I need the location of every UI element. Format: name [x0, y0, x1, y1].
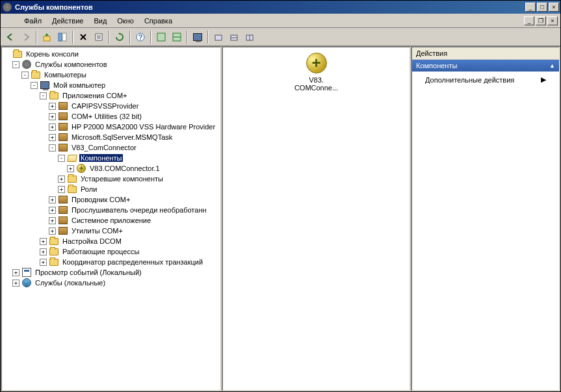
tree-my-computer[interactable]: -Мой компьютер [3, 80, 219, 90]
view-list-button[interactable] [154, 30, 168, 44]
tree-collapse-icon[interactable]: - [21, 72, 29, 79]
tree-sqlserver-msmq[interactable]: +Microsoft.SqlServer.MSMQTask [3, 132, 219, 142]
tree-expand-icon[interactable]: + [40, 238, 47, 245]
folder-icon [49, 90, 59, 101]
tree-expand-icon[interactable]: + [40, 248, 47, 255]
folder-icon [49, 246, 59, 257]
tree-collapse-icon[interactable]: - [49, 144, 56, 151]
tree-running-processes[interactable]: +Работающие процессы [3, 246, 219, 257]
tree-panel[interactable]: Корень консоли -Службы компонентов -Комп… [1, 46, 222, 391]
tree-collapse-icon[interactable]: - [58, 155, 65, 162]
tree-com-explorer[interactable]: +Проводник COM+ [3, 194, 219, 205]
tree-v83-comconnector-1[interactable]: +V83.COMConnector.1 [3, 163, 219, 174]
tree-hp-provider[interactable]: +HP P2000 MSA2000 VSS Hardware Provider [3, 122, 219, 132]
menu-action[interactable]: Действие [47, 16, 88, 26]
folder-icon [12, 49, 23, 59]
list-panel[interactable]: V83. COMConne... [222, 46, 411, 391]
tree-expand-icon[interactable]: + [49, 196, 56, 203]
view-detail-button[interactable] [170, 30, 184, 44]
tree-expand-icon[interactable]: + [12, 280, 20, 287]
tree-system-app[interactable]: +Системное приложение [3, 215, 219, 226]
tree-dcom-config[interactable]: +Настройка DCOM [3, 236, 219, 246]
tree-expand-icon[interactable]: + [49, 113, 56, 120]
computer-icon-button[interactable] [190, 30, 205, 44]
tb-extra1-button[interactable] [211, 30, 226, 44]
package-icon [58, 205, 68, 215]
actions-title-bar[interactable]: Компоненты ▲ [412, 60, 559, 72]
folder-icon [49, 257, 59, 267]
menu-file[interactable]: Файл [19, 16, 47, 26]
window-title: Службы компонентов [15, 3, 525, 11]
tree-v83-connector[interactable]: -V83_ComConnector [3, 142, 219, 153]
mdi-restore-button[interactable]: ❐ [536, 16, 546, 25]
tree-label: COM+ Utilities (32 bit) [70, 112, 143, 120]
forward-button[interactable] [19, 30, 33, 44]
help-button[interactable]: ? [133, 30, 148, 44]
tree-label-selected: Компоненты [79, 154, 123, 162]
delete-button[interactable] [76, 30, 90, 44]
tree-com-apps[interactable]: -Приложения COM+ [3, 90, 219, 101]
tree-com-utilities2[interactable]: +Утилиты COM+ [3, 226, 219, 236]
tree-collapse-icon[interactable]: - [12, 61, 20, 68]
actions-additional[interactable]: Дополнительные действия ▶ [412, 72, 559, 88]
tb-extra2-button[interactable] [227, 30, 241, 44]
tree-services-local[interactable]: +Службы (локальные) [3, 278, 219, 288]
tree-label: Просмотр событий (Локальный) [34, 268, 143, 276]
cog-icon [21, 59, 32, 70]
tree-label: Утилиты COM+ [70, 227, 124, 235]
mdi-close-button[interactable]: × [547, 16, 558, 25]
tree-expand-icon[interactable]: + [49, 217, 56, 224]
menubar: Файл Действие Вид Окно Справка _ ❐ × [1, 14, 560, 28]
tree-computers[interactable]: -Компьютеры [3, 70, 219, 80]
tree-dtc[interactable]: +Координатор распределенных транзакций [3, 257, 219, 267]
list-item-v83-comconnector[interactable]: V83. COMConne... [291, 53, 343, 92]
tree-label: Координатор распределенных транзакций [61, 258, 204, 266]
tree-expand-icon[interactable]: + [49, 207, 56, 214]
tree-root[interactable]: Корень консоли [3, 49, 219, 59]
tree-components-services[interactable]: -Службы компонентов [3, 59, 219, 70]
tree-expand-icon[interactable]: + [40, 259, 47, 266]
tree-expand-icon[interactable]: + [58, 176, 65, 183]
app-icon [2, 2, 12, 12]
show-hide-tree-button[interactable] [55, 30, 70, 44]
tree-com-utilities[interactable]: +COM+ Utilities (32 bit) [3, 111, 219, 122]
tree-capipsvss[interactable]: +CAPIPSVSSProvider [3, 101, 219, 111]
tree-label: V83_ComConnector [70, 144, 138, 151]
mdi-minimize-button[interactable]: _ [524, 16, 534, 25]
tree-expand-icon[interactable]: + [49, 103, 56, 110]
minimize-button[interactable]: _ [525, 3, 536, 12]
properties-button[interactable] [92, 30, 106, 44]
menu-view[interactable]: Вид [88, 16, 112, 26]
tree-label: Службы компонентов [34, 60, 109, 68]
tree-expand-icon[interactable]: + [49, 228, 56, 235]
tree-expand-icon[interactable]: + [67, 165, 74, 172]
tree-label-root: Корень консоли [25, 50, 80, 58]
tree-expand-icon[interactable]: + [49, 134, 56, 141]
up-button[interactable] [40, 30, 54, 44]
chevron-right-icon: ▶ [541, 75, 546, 84]
package-icon [58, 101, 68, 111]
tree-label: Приложения COM+ [61, 92, 129, 99]
menu-help[interactable]: Справка [139, 16, 177, 26]
tree-expand-icon[interactable]: + [12, 269, 20, 276]
menu-window[interactable]: Окно [112, 16, 139, 26]
refresh-button[interactable] [112, 30, 127, 44]
close-button[interactable]: × [549, 3, 559, 12]
svg-rect-12 [215, 35, 222, 40]
tree-event-viewer[interactable]: +Просмотр событий (Локальный) [3, 267, 219, 278]
folder-icon [49, 236, 59, 246]
services-icon [21, 278, 32, 288]
tree-components[interactable]: -Компоненты [3, 153, 219, 163]
tree-label: Роли [79, 185, 98, 193]
tree-queue-listener[interactable]: +Прослушиватель очереди необработанн [3, 205, 219, 215]
tree-collapse-icon[interactable]: - [40, 92, 47, 99]
tb-extra3-button[interactable] [242, 30, 257, 44]
back-button[interactable] [3, 30, 18, 44]
tree-collapse-icon[interactable]: - [31, 82, 38, 89]
tree-expand-icon[interactable]: + [49, 124, 56, 131]
tree-label: CAPIPSVSSProvider [70, 102, 140, 110]
tree-legacy-components[interactable]: +Устаревшие компоненты [3, 174, 219, 184]
maximize-button[interactable]: □ [537, 3, 547, 12]
tree-expand-icon[interactable]: + [58, 186, 65, 193]
tree-roles[interactable]: +Роли [3, 184, 219, 194]
